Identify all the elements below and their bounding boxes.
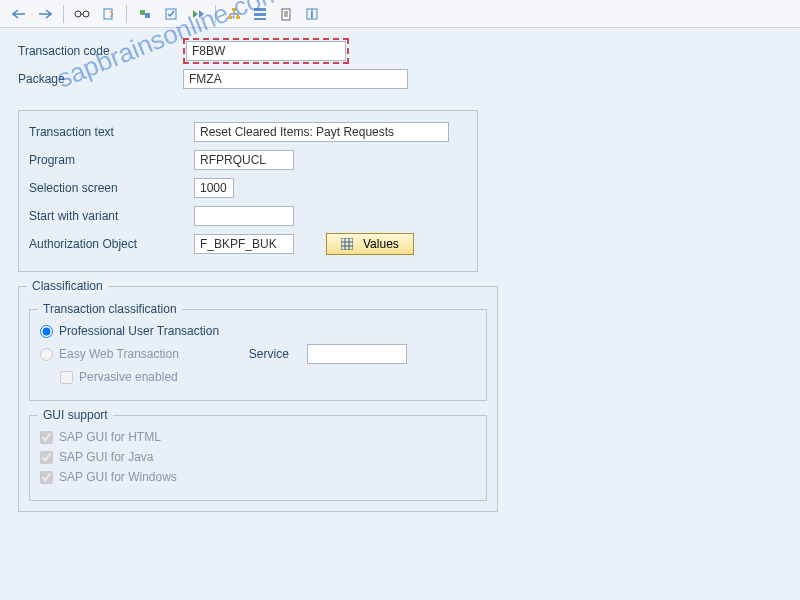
program-label: Program bbox=[29, 153, 194, 167]
selection-screen-label: Selection screen bbox=[29, 181, 194, 195]
check-gui-java-label: SAP GUI for Java bbox=[59, 450, 153, 464]
main-content: Transaction code Package Transaction tex… bbox=[0, 28, 800, 524]
radio-easyweb-label: Easy Web Transaction bbox=[59, 347, 179, 361]
other-object-icon[interactable] bbox=[134, 4, 156, 24]
radio-easyweb-row[interactable]: Easy Web Transaction Service bbox=[40, 344, 476, 364]
transaction-code-label: Transaction code bbox=[18, 44, 183, 58]
radio-professional-label: Professional User Transaction bbox=[59, 324, 219, 338]
radio-professional[interactable] bbox=[40, 325, 53, 338]
svg-rect-4 bbox=[140, 10, 145, 15]
gui-support-group: GUI support SAP GUI for HTML SAP GUI for… bbox=[29, 415, 487, 501]
check-pervasive-label: Pervasive enabled bbox=[79, 370, 178, 384]
transaction-code-input[interactable] bbox=[186, 41, 346, 61]
svg-rect-11 bbox=[254, 13, 266, 16]
display-change-icon[interactable] bbox=[97, 4, 119, 24]
svg-point-0 bbox=[75, 11, 81, 17]
svg-rect-8 bbox=[228, 16, 232, 19]
application-toolbar: i bbox=[0, 0, 800, 28]
check-gui-html-label: SAP GUI for HTML bbox=[59, 430, 161, 444]
svg-rect-3 bbox=[104, 9, 112, 19]
check-gui-java-row[interactable]: SAP GUI for Java bbox=[40, 450, 476, 464]
selection-screen-input[interactable] bbox=[194, 178, 234, 198]
start-variant-label: Start with variant bbox=[29, 209, 194, 223]
table-icon bbox=[341, 238, 353, 250]
values-button[interactable]: Values bbox=[326, 233, 414, 255]
toolbar-separator bbox=[215, 5, 216, 23]
glasses-icon[interactable] bbox=[71, 4, 93, 24]
toolbar-separator bbox=[63, 5, 64, 23]
svg-rect-9 bbox=[236, 16, 240, 19]
svg-rect-5 bbox=[145, 13, 150, 18]
auth-object-label: Authorization Object bbox=[29, 237, 194, 251]
check-gui-html[interactable] bbox=[40, 431, 53, 444]
service-input[interactable] bbox=[307, 344, 407, 364]
radio-easyweb[interactable] bbox=[40, 348, 53, 361]
package-label: Package bbox=[18, 72, 183, 86]
transaction-classification-title: Transaction classification bbox=[38, 302, 182, 316]
svg-rect-10 bbox=[254, 8, 266, 11]
check-pervasive-row[interactable]: Pervasive enabled bbox=[60, 370, 476, 384]
svg-text:i: i bbox=[310, 7, 313, 21]
where-used-icon[interactable] bbox=[223, 4, 245, 24]
details-group: Transaction text Program Selection scree… bbox=[18, 110, 478, 272]
back-icon[interactable] bbox=[8, 4, 30, 24]
transaction-classification-group: Transaction classification Professional … bbox=[29, 309, 487, 401]
forward-icon[interactable] bbox=[34, 4, 56, 24]
toolbar-separator bbox=[126, 5, 127, 23]
service-label: Service bbox=[249, 347, 289, 361]
radio-professional-row[interactable]: Professional User Transaction bbox=[40, 324, 476, 338]
svg-rect-7 bbox=[232, 8, 236, 11]
svg-rect-19 bbox=[341, 238, 353, 250]
hierarchy-icon[interactable] bbox=[249, 4, 271, 24]
check-gui-java[interactable] bbox=[40, 451, 53, 464]
check-icon[interactable] bbox=[160, 4, 182, 24]
check-gui-windows[interactable] bbox=[40, 471, 53, 484]
check-pervasive[interactable] bbox=[60, 371, 73, 384]
classification-title: Classification bbox=[27, 279, 108, 293]
info-icon[interactable]: i bbox=[301, 4, 323, 24]
transaction-text-label: Transaction text bbox=[29, 125, 194, 139]
transaction-code-highlight bbox=[183, 38, 349, 64]
check-gui-windows-row[interactable]: SAP GUI for Windows bbox=[40, 470, 476, 484]
auth-object-input[interactable] bbox=[194, 234, 294, 254]
activate-icon[interactable] bbox=[186, 4, 208, 24]
values-button-label: Values bbox=[363, 237, 399, 251]
program-input[interactable] bbox=[194, 150, 294, 170]
classification-group: Classification Transaction classificatio… bbox=[18, 286, 498, 512]
documentation-icon[interactable] bbox=[275, 4, 297, 24]
svg-point-1 bbox=[83, 11, 89, 17]
gui-support-title: GUI support bbox=[38, 408, 113, 422]
transaction-text-input[interactable] bbox=[194, 122, 449, 142]
package-input[interactable] bbox=[183, 69, 408, 89]
check-gui-windows-label: SAP GUI for Windows bbox=[59, 470, 177, 484]
svg-rect-12 bbox=[254, 18, 266, 20]
start-variant-input[interactable] bbox=[194, 206, 294, 226]
check-gui-html-row[interactable]: SAP GUI for HTML bbox=[40, 430, 476, 444]
